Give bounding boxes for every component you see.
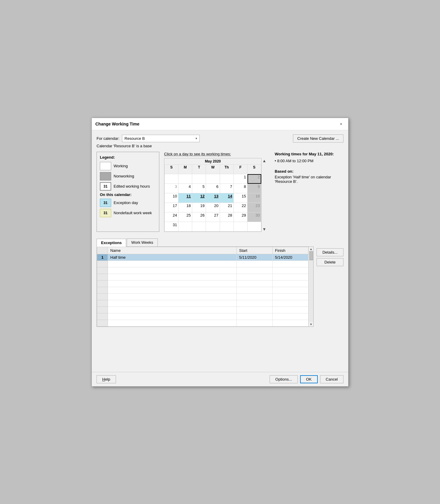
row-start-3[interactable] xyxy=(237,274,273,280)
calendar-select[interactable]: Resource B Standard Night Shift xyxy=(122,135,200,142)
cancel-button[interactable]: Cancel xyxy=(320,375,343,383)
row-start-0[interactable]: 5/11/2020 xyxy=(237,254,273,261)
cal-day-29[interactable]: 29 xyxy=(234,212,248,222)
cal-day-8[interactable]: 8 xyxy=(234,184,248,193)
row-start-2[interactable] xyxy=(237,267,273,274)
row-start-4[interactable] xyxy=(237,280,273,287)
row-finish-6[interactable] xyxy=(273,293,308,300)
row-finish-9[interactable] xyxy=(273,313,308,320)
tab-work-weeks[interactable]: Work Weeks xyxy=(127,238,158,246)
cal-day-3[interactable]: 3 xyxy=(165,184,178,193)
cal-day-4[interactable]: 4 xyxy=(178,184,192,193)
table-row[interactable] xyxy=(97,261,308,267)
cal-day-26[interactable]: 26 xyxy=(192,212,206,222)
table-row[interactable] xyxy=(97,287,308,293)
row-finish-7[interactable] xyxy=(273,300,308,307)
cal-day-28[interactable]: 28 xyxy=(220,212,234,222)
row-name-3[interactable] xyxy=(108,274,237,280)
working-time-item-1: • 8:00 AM to 12:00 PM xyxy=(275,159,343,163)
row-start-1[interactable] xyxy=(237,261,273,267)
cal-day-6[interactable]: 6 xyxy=(206,184,220,193)
table-row[interactable] xyxy=(97,274,308,280)
cal-day-19[interactable]: 19 xyxy=(192,203,206,212)
table-row[interactable] xyxy=(97,313,308,320)
cal-day-13[interactable]: 13 xyxy=(206,193,220,203)
legend-item-nondefault: 31 Nondefault work week xyxy=(100,209,156,217)
help-button[interactable]: Help xyxy=(97,375,116,383)
row-finish-3[interactable] xyxy=(273,274,308,280)
row-name-6[interactable] xyxy=(108,293,237,300)
scroll-down-arrow[interactable]: ▼ xyxy=(310,323,313,326)
row-finish-10[interactable] xyxy=(273,320,308,326)
row-name-0[interactable]: Half time xyxy=(108,254,237,261)
row-name-8[interactable] xyxy=(108,307,237,313)
cal-day-27[interactable]: 27 xyxy=(206,212,220,222)
row-finish-8[interactable] xyxy=(273,307,308,313)
row-start-9[interactable] xyxy=(237,313,273,320)
details-button[interactable]: Details... xyxy=(317,248,343,256)
delete-button[interactable]: Delete xyxy=(317,258,343,266)
row-finish-4[interactable] xyxy=(273,280,308,287)
row-name-9[interactable] xyxy=(108,313,237,320)
create-new-calendar-button[interactable]: Create New Calendar ... xyxy=(293,134,343,143)
calendar-select-wrapper[interactable]: Resource B Standard Night Shift xyxy=(122,135,200,142)
calendar-scroll-down[interactable]: ▼ xyxy=(262,227,266,231)
row-finish-2[interactable] xyxy=(273,267,308,274)
cal-day-14[interactable]: 14 xyxy=(220,193,234,203)
cal-day-24[interactable]: 24 xyxy=(165,212,178,222)
table-row[interactable] xyxy=(97,280,308,287)
cal-day-17[interactable]: 17 xyxy=(165,203,178,212)
cal-day-5[interactable]: 5 xyxy=(192,184,206,193)
row-start-10[interactable] xyxy=(237,320,273,326)
table-row[interactable] xyxy=(97,307,308,313)
row-name-1[interactable] xyxy=(108,261,237,267)
row-name-5[interactable] xyxy=(108,287,237,293)
cal-day-31[interactable]: 31 xyxy=(165,222,178,232)
row-finish-1[interactable] xyxy=(273,261,308,267)
side-buttons: Details... Delete xyxy=(314,246,343,327)
row-start-5[interactable] xyxy=(237,287,273,293)
close-button[interactable]: × xyxy=(337,120,345,128)
cal-day-23[interactable]: 23 xyxy=(248,203,261,212)
cal-day-9[interactable]: 9 xyxy=(248,184,261,193)
calendar-scroll-up[interactable]: ▲ xyxy=(262,159,266,163)
table-row[interactable] xyxy=(97,300,308,307)
cal-day-12[interactable]: 12 xyxy=(192,193,206,203)
row-start-6[interactable] xyxy=(237,293,273,300)
legend-item-exception: 31 Exception day xyxy=(100,199,156,207)
ok-button[interactable]: OK xyxy=(300,375,318,383)
cal-day-empty-5 xyxy=(220,174,234,184)
cal-day-18[interactable]: 18 xyxy=(178,203,192,212)
cal-day-2[interactable]: 2 xyxy=(248,174,261,184)
cal-day-10[interactable]: 10 xyxy=(165,193,178,203)
month-label: May 2020 xyxy=(164,158,261,164)
cal-day-11[interactable]: 11 xyxy=(178,193,192,203)
click-label: Click on a day to see its working times: xyxy=(164,152,267,156)
row-finish-0[interactable]: 5/14/2020 xyxy=(273,254,308,261)
options-button[interactable]: Options... xyxy=(270,375,298,383)
cal-day-empty-2 xyxy=(178,174,192,184)
cal-day-21[interactable]: 21 xyxy=(220,203,234,212)
cal-day-7[interactable]: 7 xyxy=(220,184,234,193)
tab-exceptions[interactable]: Exceptions xyxy=(97,239,126,247)
row-start-8[interactable] xyxy=(237,307,273,313)
cal-day-empty-4 xyxy=(206,174,220,184)
cal-day-25[interactable]: 25 xyxy=(178,212,192,222)
table-row[interactable] xyxy=(97,293,308,300)
row-name-7[interactable] xyxy=(108,300,237,307)
row-name-4[interactable] xyxy=(108,280,237,287)
cal-day-22[interactable]: 22 xyxy=(234,203,248,212)
cal-day-20[interactable]: 20 xyxy=(206,203,220,212)
cal-day-30[interactable]: 30 xyxy=(248,212,261,222)
scroll-up-arrow[interactable]: ▲ xyxy=(310,247,313,251)
row-finish-5[interactable] xyxy=(273,287,308,293)
row-name-10[interactable] xyxy=(108,320,237,326)
cal-day-16[interactable]: 16 xyxy=(248,193,261,203)
row-name-2[interactable] xyxy=(108,267,237,274)
cal-day-15[interactable]: 15 xyxy=(234,193,248,203)
table-row[interactable] xyxy=(97,267,308,274)
table-row[interactable]: 1 Half time 5/11/2020 5/14/2020 xyxy=(97,254,308,261)
cal-day-1[interactable]: 1 xyxy=(234,174,248,184)
table-row[interactable] xyxy=(97,320,308,326)
row-start-7[interactable] xyxy=(237,300,273,307)
